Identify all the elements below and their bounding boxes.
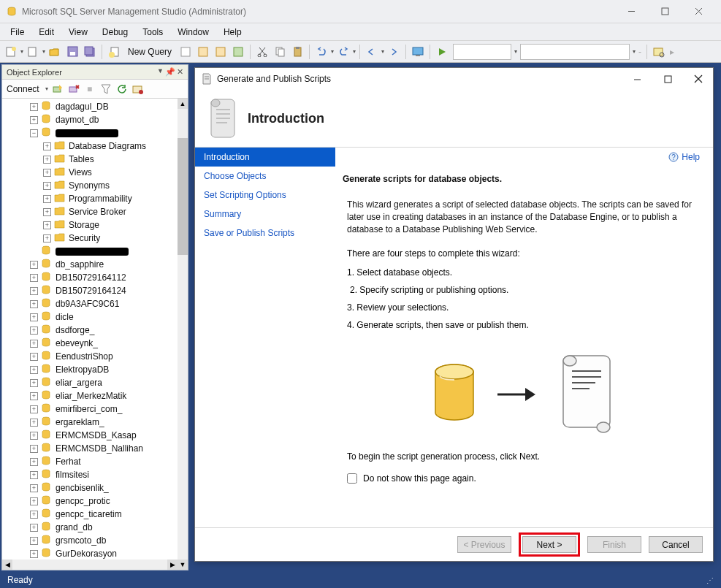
tree-node[interactable]: +Views xyxy=(2,166,188,179)
tree-node[interactable]: +Service Broker xyxy=(2,205,188,218)
menu-help[interactable]: Help xyxy=(216,26,249,39)
menu-debug[interactable]: Debug xyxy=(95,26,135,39)
expand-icon[interactable]: + xyxy=(30,300,38,308)
dialog-close-button[interactable] xyxy=(690,70,707,88)
cancel-button[interactable]: Cancel xyxy=(649,536,703,553)
expand-icon[interactable]: + xyxy=(30,405,38,413)
tree-node[interactable]: +dagdagul_DB xyxy=(2,100,188,113)
new-project-button[interactable] xyxy=(3,44,19,60)
tree-node[interactable]: +ERMCMSDB_Nallihan xyxy=(2,442,188,455)
object-explorer-tree[interactable]: +dagdagul_DB+daymot_db−+Database Diagram… xyxy=(2,99,188,570)
dialog-minimize-button[interactable] xyxy=(628,70,646,88)
menu-file[interactable]: File xyxy=(3,26,31,39)
expand-icon[interactable]: + xyxy=(43,234,51,243)
new-query-icon[interactable] xyxy=(106,44,122,60)
expand-icon[interactable]: + xyxy=(43,142,51,150)
nav-fwd-button[interactable] xyxy=(386,44,402,60)
expand-icon[interactable]: + xyxy=(30,524,38,532)
expand-icon[interactable]: + xyxy=(43,169,51,177)
expand-icon[interactable]: + xyxy=(43,182,51,190)
tree-node[interactable]: +GurDekorasyon xyxy=(2,547,188,560)
redo-button[interactable] xyxy=(335,44,351,60)
paste-button[interactable] xyxy=(289,44,305,60)
tree-node[interactable]: +DB150729164112 xyxy=(2,271,188,284)
tree-vertical-scrollbar[interactable]: ▲ ▼ xyxy=(178,99,188,570)
expand-icon[interactable]: + xyxy=(30,313,38,321)
database-combo[interactable] xyxy=(453,44,511,60)
expand-icon[interactable]: + xyxy=(30,550,38,558)
dmx-query-icon[interactable] xyxy=(213,44,229,60)
filter-icon[interactable] xyxy=(99,83,112,96)
minimize-button[interactable] xyxy=(614,1,648,22)
tree-node[interactable]: +dsdforge_ xyxy=(2,324,188,337)
open-button[interactable] xyxy=(47,44,63,60)
tree-node[interactable]: +ebeveynk_ xyxy=(2,337,188,350)
tree-node[interactable]: +EendustriShop xyxy=(2,350,188,363)
menu-tools[interactable]: Tools xyxy=(135,26,170,39)
finish-button[interactable]: Finish xyxy=(587,536,641,553)
panel-close-icon[interactable]: ✕ xyxy=(177,67,183,77)
expand-icon[interactable]: + xyxy=(43,221,51,229)
tree-node[interactable]: +filmsitesi xyxy=(2,468,188,481)
stop-icon[interactable]: ■ xyxy=(83,83,96,96)
tree-node[interactable]: +ergareklam_ xyxy=(2,416,188,429)
close-button[interactable] xyxy=(682,1,715,22)
tree-node[interactable]: +Synonyms xyxy=(2,179,188,192)
tree-node[interactable]: +grsmcoto_db xyxy=(2,534,188,547)
tree-node[interactable] xyxy=(2,245,188,258)
nav-item-summary[interactable]: Summary xyxy=(195,205,335,224)
save-all-button[interactable] xyxy=(82,44,98,60)
tree-node[interactable]: +daymot_db xyxy=(2,113,188,126)
tree-node[interactable]: +db_sapphire xyxy=(2,258,188,271)
tree-node[interactable]: +Storage xyxy=(2,218,188,232)
expand-icon[interactable]: + xyxy=(30,379,38,387)
save-button[interactable] xyxy=(64,44,80,60)
tree-node[interactable]: +gencpc_ticaretim xyxy=(2,508,188,521)
registered-servers-icon[interactable] xyxy=(131,83,145,96)
expand-icon[interactable]: + xyxy=(30,511,38,519)
tree-node[interactable]: +Ferhat xyxy=(2,455,188,468)
tree-node[interactable]: +eliar_MerkezMatik xyxy=(2,389,188,402)
collapse-icon[interactable]: − xyxy=(30,129,38,137)
dialog-maximize-button[interactable] xyxy=(659,70,676,88)
expand-icon[interactable]: + xyxy=(43,156,51,164)
menu-window[interactable]: Window xyxy=(170,26,216,39)
copy-button[interactable] xyxy=(272,44,288,60)
tree-node[interactable]: +Database Diagrams xyxy=(2,140,188,153)
connect-icon[interactable] xyxy=(51,83,64,96)
tree-node[interactable]: +gencbisenlik_ xyxy=(2,481,188,495)
panel-menu-icon[interactable]: ▼ xyxy=(157,67,164,77)
debug-target-combo[interactable] xyxy=(520,44,630,60)
mdx-query-icon[interactable] xyxy=(195,44,211,60)
expand-icon[interactable]: + xyxy=(30,287,38,295)
dont-show-again-row[interactable]: Do not show this page again. xyxy=(347,473,701,484)
nav-back-button[interactable] xyxy=(364,44,380,60)
pin-icon[interactable]: 📌 xyxy=(165,67,175,77)
cut-button[interactable] xyxy=(254,44,270,60)
menu-edit[interactable]: Edit xyxy=(31,26,61,39)
resize-grip-icon[interactable]: ⋰ xyxy=(706,576,714,584)
refresh-icon[interactable] xyxy=(115,83,129,96)
next-button[interactable]: Next > xyxy=(522,536,576,553)
expand-icon[interactable]: + xyxy=(30,353,38,361)
execute-button[interactable] xyxy=(434,44,450,60)
expand-icon[interactable]: + xyxy=(30,274,38,282)
new-item-button[interactable] xyxy=(25,44,41,60)
tree-node[interactable]: +dicle xyxy=(2,310,188,324)
nav-item-introduction[interactable]: Introduction xyxy=(195,148,335,167)
menu-view[interactable]: View xyxy=(61,26,95,39)
expand-icon[interactable]: + xyxy=(43,208,51,216)
tree-node[interactable]: +Tables xyxy=(2,153,188,166)
activity-monitor-icon[interactable] xyxy=(410,44,426,60)
db-engine-query-icon[interactable] xyxy=(178,44,194,60)
tree-node[interactable]: +Security xyxy=(2,232,188,245)
tree-node[interactable]: +ERMCMSDB_Kasap xyxy=(2,429,188,442)
tree-node[interactable]: +grand_db xyxy=(2,521,188,534)
maximize-button[interactable] xyxy=(648,1,682,22)
expand-icon[interactable]: + xyxy=(30,471,38,479)
connect-button[interactable]: Connect xyxy=(7,84,39,94)
tree-node[interactable]: − xyxy=(2,126,188,140)
nav-item-choose-objects[interactable]: Choose Objects xyxy=(195,167,335,186)
expand-icon[interactable]: + xyxy=(43,195,51,203)
expand-icon[interactable]: + xyxy=(30,366,38,374)
